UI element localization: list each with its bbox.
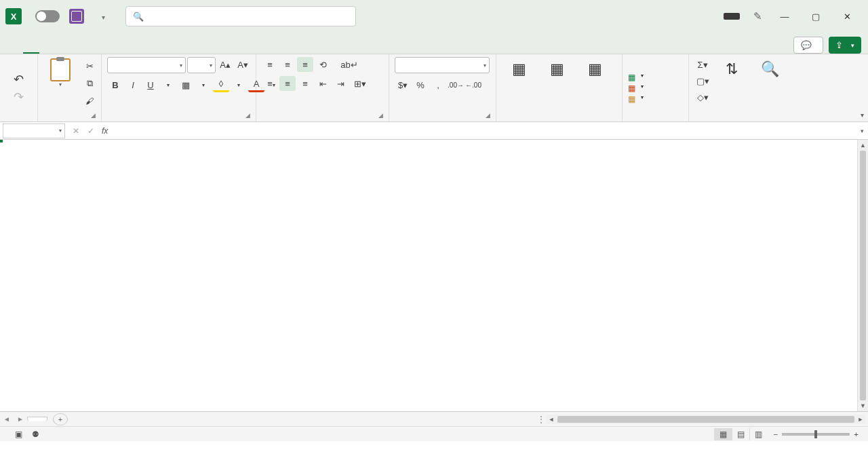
tab-data[interactable] [88, 45, 104, 54]
fx-icon[interactable]: fx [102, 126, 108, 136]
bold-button[interactable]: B [107, 77, 123, 92]
number-format-combo[interactable]: ▾ [395, 57, 490, 73]
vertical-scrollbar[interactable]: ▲ ▼ [857, 140, 868, 411]
font-name-combo[interactable]: ▾ [107, 57, 186, 73]
chevron-down-icon[interactable]: ▾ [160, 77, 176, 92]
document-title[interactable]: ▾ [98, 12, 105, 22]
increase-font-button[interactable]: A▴ [217, 57, 233, 72]
view-normal-button[interactable]: ▦ [714, 428, 732, 440]
collapse-ribbon-button[interactable]: ▾ [861, 111, 864, 119]
zoom-slider[interactable] [782, 433, 850, 436]
view-page-break-button[interactable]: ▥ [749, 428, 767, 440]
scroll-up-icon[interactable]: ▲ [858, 140, 868, 151]
share-button[interactable]: ⇪▾ [829, 37, 861, 54]
dialog-launcher-icon[interactable]: ◢ [91, 112, 96, 119]
underline-button[interactable]: U [142, 77, 159, 92]
font-size-combo[interactable]: ▾ [187, 57, 216, 73]
borders-button[interactable]: ▦ [178, 77, 194, 92]
tab-developer[interactable] [137, 45, 153, 54]
cell-styles-button[interactable]: ▦ [578, 57, 612, 81]
coming-soon-icon[interactable]: ✎ [753, 10, 762, 22]
save-button[interactable] [69, 9, 84, 24]
italic-button[interactable]: I [125, 77, 141, 92]
horizontal-scrollbar[interactable]: ◄ ► [547, 415, 865, 424]
scrollbar-thumb[interactable] [860, 151, 866, 400]
cancel-formula-button[interactable]: ✕ [69, 124, 83, 138]
copy-button[interactable] [81, 76, 98, 91]
add-sheet-button[interactable]: + [53, 413, 68, 425]
tab-file[interactable] [7, 45, 23, 54]
scrollbar-thumb[interactable] [557, 416, 854, 423]
comma-button[interactable]: , [430, 77, 446, 92]
group-label-undo [5, 119, 32, 120]
chevron-down-icon[interactable]: ▾ [231, 77, 247, 92]
tab-page-layout[interactable] [56, 45, 72, 54]
align-left-button[interactable]: ≡ [262, 76, 278, 91]
chevron-down-icon[interactable]: ▾ [195, 77, 212, 92]
scroll-left-icon[interactable]: ◄ [547, 416, 556, 423]
delete-cells-button[interactable]: ▦▾ [628, 83, 644, 93]
conditional-formatting-button[interactable]: ▦ [502, 57, 536, 81]
decrease-indent-button[interactable]: ⇤ [315, 76, 331, 91]
cut-button[interactable] [81, 58, 98, 73]
maximize-button[interactable]: ▢ [800, 5, 831, 27]
autosum-button[interactable]: Σ▾ [694, 57, 711, 72]
align-middle-button[interactable]: ≡ [279, 57, 296, 72]
format-cells-button[interactable]: ▦▾ [628, 94, 644, 104]
merge-button[interactable]: ⊞▾ [350, 76, 370, 91]
sort-filter-button[interactable]: ⇅ [715, 57, 749, 81]
minimize-button[interactable]: — [769, 5, 800, 27]
toggle-switch[interactable] [35, 10, 60, 22]
tab-review[interactable] [104, 45, 121, 54]
format-painter-button[interactable] [81, 94, 98, 109]
decrease-font-button[interactable]: A▾ [235, 57, 251, 72]
tab-home[interactable] [23, 43, 39, 54]
fill-color-button[interactable]: ◊ [213, 77, 229, 92]
close-button[interactable]: ✕ [831, 5, 863, 27]
fill-button[interactable]: ▢▾ [694, 73, 711, 88]
increase-decimal-button[interactable]: .00→ [448, 77, 464, 92]
sheet-tab-active[interactable] [27, 417, 47, 421]
clear-button[interactable]: ◇▾ [694, 90, 711, 104]
zoom-in-button[interactable]: + [854, 430, 859, 438]
align-top-button[interactable]: ≡ [262, 57, 278, 72]
scroll-down-icon[interactable]: ▼ [858, 400, 868, 411]
comments-button[interactable]: 💬 [793, 37, 823, 54]
search-box[interactable]: 🔍 [125, 6, 356, 26]
wrap-text-button[interactable]: ab↵ [339, 57, 359, 72]
zoom-control[interactable]: − + [774, 430, 863, 438]
redo-button[interactable] [11, 90, 27, 104]
sheet-nav-prev[interactable]: ◄ [0, 415, 14, 423]
tab-help[interactable] [153, 45, 170, 54]
align-right-button[interactable]: ≡ [297, 76, 313, 91]
tab-view[interactable] [121, 45, 137, 54]
increase-indent-button[interactable]: ⇥ [332, 76, 349, 91]
autosave-toggle[interactable] [31, 10, 60, 22]
expand-formula-bar-button[interactable]: ▾ [856, 128, 868, 134]
sheet-options-icon[interactable]: ⋮ [536, 415, 547, 424]
name-box[interactable]: ▾ [3, 124, 65, 138]
orientation-button[interactable]: ⟲ [315, 57, 331, 72]
dialog-launcher-icon[interactable]: ◢ [486, 112, 490, 119]
zoom-out-button[interactable]: − [774, 430, 778, 438]
align-center-button[interactable]: ≡ [279, 76, 296, 91]
find-select-button[interactable]: 🔍 [753, 57, 787, 81]
view-page-layout-button[interactable]: ▤ [732, 428, 749, 440]
macro-record-icon[interactable]: ▣ [15, 430, 22, 439]
accounting-button[interactable]: $▾ [395, 77, 411, 92]
enter-formula-button[interactable]: ✓ [84, 124, 98, 138]
paste-button[interactable]: ▾ [43, 57, 77, 89]
insert-cells-button[interactable]: ▦▾ [628, 73, 644, 82]
tab-insert[interactable] [39, 45, 56, 54]
percent-button[interactable]: % [412, 77, 429, 92]
scroll-right-icon[interactable]: ► [856, 416, 865, 423]
sign-in-button[interactable] [724, 13, 740, 20]
sheet-nav-next[interactable]: ► [14, 415, 27, 423]
align-bottom-button[interactable]: ≡ [297, 57, 313, 72]
dialog-launcher-icon[interactable]: ◢ [378, 112, 383, 119]
decrease-decimal-button[interactable]: ←.00 [465, 77, 481, 92]
format-as-table-button[interactable]: ▦ [540, 57, 574, 81]
undo-button[interactable] [11, 72, 27, 87]
tab-formulas[interactable] [72, 45, 88, 54]
dialog-launcher-icon[interactable]: ◢ [245, 112, 250, 119]
